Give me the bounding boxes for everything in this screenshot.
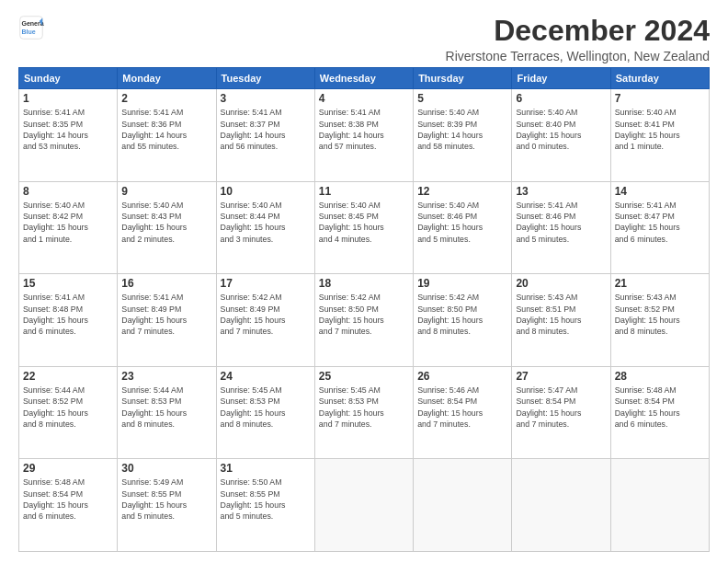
- day-info: Sunrise: 5:42 AM Sunset: 8:50 PM Dayligh…: [319, 292, 409, 337]
- day-info: Sunrise: 5:47 AM Sunset: 8:54 PM Dayligh…: [516, 385, 606, 430]
- day-info: Sunrise: 5:40 AM Sunset: 8:46 PM Dayligh…: [417, 200, 507, 245]
- day-info: Sunrise: 5:40 AM Sunset: 8:43 PM Dayligh…: [121, 200, 211, 245]
- day-info: Sunrise: 5:40 AM Sunset: 8:45 PM Dayligh…: [319, 200, 409, 245]
- day-info: Sunrise: 5:44 AM Sunset: 8:53 PM Dayligh…: [121, 385, 211, 430]
- calendar-cell: 16Sunrise: 5:41 AM Sunset: 8:49 PM Dayli…: [118, 274, 216, 367]
- weekday-header-sunday: Sunday: [19, 68, 118, 89]
- calendar-cell: 15Sunrise: 5:41 AM Sunset: 8:48 PM Dayli…: [19, 274, 118, 367]
- day-number: 30: [121, 462, 211, 475]
- calendar-cell: 29Sunrise: 5:48 AM Sunset: 8:54 PM Dayli…: [19, 459, 118, 552]
- day-info: Sunrise: 5:41 AM Sunset: 8:35 PM Dayligh…: [23, 107, 113, 152]
- calendar-cell: 13Sunrise: 5:41 AM Sunset: 8:46 PM Dayli…: [512, 181, 610, 274]
- weekday-header-thursday: Thursday: [414, 68, 512, 89]
- calendar-cell: 14Sunrise: 5:41 AM Sunset: 8:47 PM Dayli…: [610, 181, 709, 274]
- calendar-cell: 22Sunrise: 5:44 AM Sunset: 8:52 PM Dayli…: [19, 366, 118, 459]
- day-number: 12: [417, 185, 507, 198]
- calendar-header-row: SundayMondayTuesdayWednesdayThursdayFrid…: [19, 68, 710, 89]
- calendar-cell: 7Sunrise: 5:40 AM Sunset: 8:41 PM Daylig…: [610, 89, 709, 182]
- calendar-cell: 6Sunrise: 5:40 AM Sunset: 8:40 PM Daylig…: [512, 89, 610, 182]
- day-number: 6: [516, 92, 606, 105]
- day-number: 5: [417, 92, 507, 105]
- day-number: 16: [121, 277, 211, 290]
- logo-icon: General Blue: [18, 15, 44, 40]
- day-number: 29: [23, 462, 113, 475]
- main-title: December 2024: [446, 15, 710, 47]
- calendar-cell: 18Sunrise: 5:42 AM Sunset: 8:50 PM Dayli…: [314, 274, 413, 367]
- calendar-cell: 4Sunrise: 5:41 AM Sunset: 8:38 PM Daylig…: [314, 89, 413, 182]
- weekday-header-tuesday: Tuesday: [216, 68, 314, 89]
- calendar-cell: [610, 459, 709, 552]
- day-number: 23: [121, 370, 211, 383]
- calendar-cell: 19Sunrise: 5:42 AM Sunset: 8:50 PM Dayli…: [414, 274, 512, 367]
- day-info: Sunrise: 5:43 AM Sunset: 8:51 PM Dayligh…: [516, 292, 606, 337]
- day-info: Sunrise: 5:40 AM Sunset: 8:40 PM Dayligh…: [516, 107, 606, 152]
- calendar-week-2: 8Sunrise: 5:40 AM Sunset: 8:42 PM Daylig…: [19, 181, 710, 274]
- calendar-cell: 5Sunrise: 5:40 AM Sunset: 8:39 PM Daylig…: [414, 89, 512, 182]
- day-info: Sunrise: 5:49 AM Sunset: 8:55 PM Dayligh…: [121, 477, 211, 522]
- calendar-cell: 1Sunrise: 5:41 AM Sunset: 8:35 PM Daylig…: [19, 89, 118, 182]
- day-info: Sunrise: 5:42 AM Sunset: 8:49 PM Dayligh…: [221, 292, 311, 337]
- day-number: 2: [121, 92, 211, 105]
- day-info: Sunrise: 5:40 AM Sunset: 8:42 PM Dayligh…: [23, 200, 113, 245]
- calendar-cell: [314, 459, 413, 552]
- day-number: 9: [121, 185, 211, 198]
- calendar-cell: 24Sunrise: 5:45 AM Sunset: 8:53 PM Dayli…: [216, 366, 314, 459]
- calendar-table: SundayMondayTuesdayWednesdayThursdayFrid…: [18, 67, 710, 552]
- day-info: Sunrise: 5:46 AM Sunset: 8:54 PM Dayligh…: [417, 385, 507, 430]
- day-number: 27: [516, 370, 606, 383]
- calendar-cell: 27Sunrise: 5:47 AM Sunset: 8:54 PM Dayli…: [512, 366, 610, 459]
- day-info: Sunrise: 5:41 AM Sunset: 8:38 PM Dayligh…: [319, 107, 409, 152]
- day-info: Sunrise: 5:50 AM Sunset: 8:55 PM Dayligh…: [221, 477, 311, 522]
- calendar-week-4: 22Sunrise: 5:44 AM Sunset: 8:52 PM Dayli…: [19, 366, 710, 459]
- calendar-cell: 2Sunrise: 5:41 AM Sunset: 8:36 PM Daylig…: [118, 89, 216, 182]
- header: General Blue December 2024 Riverstone Te…: [18, 15, 710, 63]
- calendar-cell: 8Sunrise: 5:40 AM Sunset: 8:42 PM Daylig…: [19, 181, 118, 274]
- logo: General Blue: [18, 15, 44, 40]
- calendar-cell: 26Sunrise: 5:46 AM Sunset: 8:54 PM Dayli…: [414, 366, 512, 459]
- day-number: 31: [221, 462, 311, 475]
- day-info: Sunrise: 5:45 AM Sunset: 8:53 PM Dayligh…: [319, 385, 409, 430]
- day-info: Sunrise: 5:40 AM Sunset: 8:39 PM Dayligh…: [417, 107, 507, 152]
- day-number: 14: [615, 185, 705, 198]
- calendar-cell: [414, 459, 512, 552]
- svg-text:Blue: Blue: [22, 29, 36, 35]
- calendar-cell: [512, 459, 610, 552]
- calendar-cell: 25Sunrise: 5:45 AM Sunset: 8:53 PM Dayli…: [314, 366, 413, 459]
- calendar-cell: 17Sunrise: 5:42 AM Sunset: 8:49 PM Dayli…: [216, 274, 314, 367]
- day-number: 22: [23, 370, 113, 383]
- day-number: 11: [319, 185, 409, 198]
- day-info: Sunrise: 5:43 AM Sunset: 8:52 PM Dayligh…: [615, 292, 705, 337]
- weekday-header-friday: Friday: [512, 68, 610, 89]
- day-number: 3: [221, 92, 311, 105]
- calendar-cell: 9Sunrise: 5:40 AM Sunset: 8:43 PM Daylig…: [118, 181, 216, 274]
- day-info: Sunrise: 5:41 AM Sunset: 8:48 PM Dayligh…: [23, 292, 113, 337]
- day-info: Sunrise: 5:40 AM Sunset: 8:44 PM Dayligh…: [221, 200, 311, 245]
- day-info: Sunrise: 5:48 AM Sunset: 8:54 PM Dayligh…: [615, 385, 705, 430]
- day-number: 1: [23, 92, 113, 105]
- calendar-cell: 30Sunrise: 5:49 AM Sunset: 8:55 PM Dayli…: [118, 459, 216, 552]
- weekday-header-wednesday: Wednesday: [314, 68, 413, 89]
- subtitle: Riverstone Terraces, Wellington, New Zea…: [446, 49, 710, 63]
- weekday-header-saturday: Saturday: [610, 68, 709, 89]
- calendar-cell: 21Sunrise: 5:43 AM Sunset: 8:52 PM Dayli…: [610, 274, 709, 367]
- day-info: Sunrise: 5:41 AM Sunset: 8:49 PM Dayligh…: [121, 292, 211, 337]
- page: General Blue December 2024 Riverstone Te…: [0, 0, 728, 563]
- day-number: 8: [23, 185, 113, 198]
- calendar-cell: 3Sunrise: 5:41 AM Sunset: 8:37 PM Daylig…: [216, 89, 314, 182]
- calendar-cell: 10Sunrise: 5:40 AM Sunset: 8:44 PM Dayli…: [216, 181, 314, 274]
- day-info: Sunrise: 5:41 AM Sunset: 8:47 PM Dayligh…: [615, 200, 705, 245]
- day-number: 13: [516, 185, 606, 198]
- weekday-header-monday: Monday: [118, 68, 216, 89]
- day-number: 17: [221, 277, 311, 290]
- calendar-cell: 23Sunrise: 5:44 AM Sunset: 8:53 PM Dayli…: [118, 366, 216, 459]
- calendar-week-3: 15Sunrise: 5:41 AM Sunset: 8:48 PM Dayli…: [19, 274, 710, 367]
- day-number: 20: [516, 277, 606, 290]
- calendar-week-1: 1Sunrise: 5:41 AM Sunset: 8:35 PM Daylig…: [19, 89, 710, 182]
- calendar-cell: 31Sunrise: 5:50 AM Sunset: 8:55 PM Dayli…: [216, 459, 314, 552]
- day-info: Sunrise: 5:41 AM Sunset: 8:46 PM Dayligh…: [516, 200, 606, 245]
- title-block: December 2024 Riverstone Terraces, Welli…: [446, 15, 710, 63]
- day-number: 24: [221, 370, 311, 383]
- day-number: 26: [417, 370, 507, 383]
- day-info: Sunrise: 5:41 AM Sunset: 8:37 PM Dayligh…: [221, 107, 311, 152]
- day-info: Sunrise: 5:44 AM Sunset: 8:52 PM Dayligh…: [23, 385, 113, 430]
